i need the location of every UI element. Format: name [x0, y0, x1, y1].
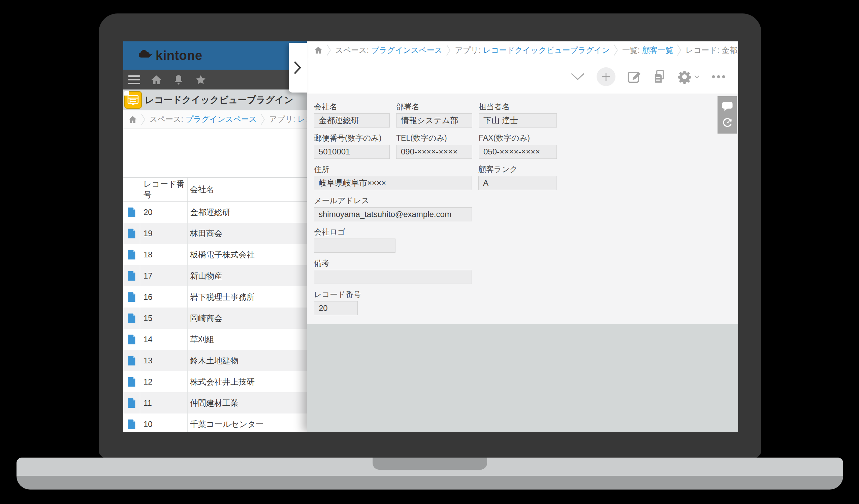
collapse-chevron-icon[interactable] [570, 73, 585, 81]
document-icon[interactable] [123, 308, 140, 329]
breadcrumb-app-label: アプリ: [455, 45, 481, 56]
laptop-screen: kintone [123, 42, 738, 432]
document-icon[interactable] [123, 329, 140, 350]
field-label: 顧客ランク [478, 164, 557, 173]
edit-record-button[interactable] [627, 70, 641, 84]
bell-icon[interactable] [171, 73, 186, 86]
home-icon[interactable] [314, 46, 323, 54]
field-value: 050-××××-×××× [479, 145, 557, 159]
field-value: 20 [314, 301, 358, 315]
field-label: レコード番号 [314, 289, 361, 298]
field-label: 住所 [314, 164, 472, 173]
kintone-logo-text: kintone [156, 48, 202, 63]
field-value: 金都運総研 [314, 113, 390, 127]
field-label: 部署名 [396, 101, 472, 110]
cell-record-no: 10 [140, 413, 187, 432]
column-header-record-no[interactable]: レコード番号 [140, 178, 187, 201]
breadcrumb-separator [446, 44, 451, 56]
field-label: 会社名 [314, 101, 390, 110]
field-value [314, 238, 395, 253]
record-toolbar [307, 59, 738, 94]
field-tel: TEL(数字のみ) 090-××××-×××× [396, 133, 472, 159]
breadcrumb-separator [677, 44, 681, 56]
breadcrumb-view-label: 一覧: [622, 45, 640, 56]
field-value: 090-××××-×××× [396, 145, 472, 159]
document-icon[interactable] [123, 223, 140, 244]
chevron-right-icon [294, 61, 301, 74]
breadcrumb-separator [141, 113, 146, 126]
cell-record-no: 17 [140, 265, 187, 286]
breadcrumb-record-name: 金都運総研 [722, 45, 738, 56]
cell-record-no: 18 [140, 244, 187, 265]
plus-icon [601, 72, 611, 82]
duplicate-record-button[interactable] [652, 70, 666, 84]
app-icon[interactable] [124, 91, 142, 109]
field-value: A [478, 176, 557, 190]
breadcrumb-app-link[interactable]: レコードクイックビュープラグイン [483, 45, 610, 56]
quickview-collapse-handle[interactable] [289, 43, 307, 93]
cell-record-no: 14 [140, 329, 187, 350]
field-label: 担当者名 [479, 101, 557, 110]
chevron-down-icon [694, 75, 700, 78]
field-record-number: レコード番号 20 [314, 289, 361, 315]
document-icon[interactable] [123, 265, 140, 286]
document-icon[interactable] [123, 371, 140, 392]
breadcrumb-separator [614, 44, 618, 56]
add-record-button[interactable] [597, 67, 616, 86]
home-icon[interactable] [149, 73, 164, 86]
breadcrumb-space-link[interactable]: プラグインスペース [371, 45, 442, 56]
document-icon[interactable] [123, 413, 140, 432]
field-value: 5010001 [314, 145, 390, 159]
cell-record-no: 13 [140, 350, 187, 371]
laptop-base [16, 458, 843, 490]
breadcrumb-space-label: スペース: [150, 114, 183, 125]
field-notes: 備考 [314, 258, 472, 284]
settings-button[interactable] [677, 70, 700, 84]
field-email: メールアドレス shimoyama_tatsuhito@example.com [314, 195, 472, 221]
field-company-name: 会社名 金都運総研 [314, 101, 390, 127]
field-department: 部署名 情報システム部 [396, 101, 472, 127]
comment-bubble-icon[interactable] [722, 101, 733, 112]
field-contact-person: 担当者名 下山 達士 [479, 101, 557, 127]
breadcrumb-space-label: スペース: [335, 45, 369, 56]
record-side-toolbar [718, 96, 737, 133]
record-detail-form: 会社名 金都運総研 部署名 情報システム部 担当者名 下山 達士 郵便番号(数字… [307, 94, 738, 324]
cell-record-no: 11 [140, 392, 187, 413]
document-icon[interactable] [123, 202, 140, 223]
document-icon[interactable] [123, 392, 140, 413]
record-quickview-panel: スペース: プラグインスペース アプリ: レコードクイックビュープラグイン 一覧… [307, 42, 738, 432]
document-icon[interactable] [123, 350, 140, 371]
document-icon[interactable] [123, 244, 140, 265]
breadcrumb-app-label: アプリ: [269, 114, 295, 125]
cell-record-no: 20 [140, 202, 187, 223]
star-icon[interactable] [193, 73, 208, 86]
field-label: 備考 [314, 258, 472, 266]
field-label: 郵便番号(数字のみ) [314, 133, 390, 141]
breadcrumb-separator [327, 44, 331, 56]
field-label: FAX(数字のみ) [479, 133, 557, 141]
table-header-icon-col [123, 178, 140, 201]
kintone-logo[interactable]: kintone [137, 48, 202, 63]
field-label: メールアドレス [314, 195, 472, 204]
history-icon[interactable] [722, 117, 733, 128]
app-icon-fold [124, 91, 129, 96]
laptop-notch [373, 458, 487, 470]
breadcrumb-view-link[interactable]: 顧客一覧 [642, 45, 673, 56]
field-fax: FAX(数字のみ) 050-××××-×××× [479, 133, 557, 159]
field-label: 会社ロゴ [314, 227, 395, 235]
field-postal-code: 郵便番号(数字のみ) 5010001 [314, 133, 390, 159]
panel-lower-background [307, 324, 738, 432]
field-value: 下山 達士 [479, 113, 557, 127]
field-company-logo: 会社ロゴ [314, 227, 395, 253]
cell-record-no: 15 [140, 308, 187, 329]
menu-icon[interactable] [127, 73, 141, 86]
more-options-button[interactable] [711, 75, 726, 79]
breadcrumb-space-link[interactable]: プラグインスペース [186, 114, 257, 125]
document-icon[interactable] [123, 286, 140, 308]
cell-record-no: 19 [140, 223, 187, 244]
field-value [314, 270, 472, 284]
field-address: 住所 岐阜県岐阜市×××× [314, 164, 472, 190]
field-value: shimoyama_tatsuhito@example.com [314, 207, 472, 221]
home-icon[interactable] [129, 115, 137, 124]
laptop-frame: kintone [99, 14, 761, 458]
